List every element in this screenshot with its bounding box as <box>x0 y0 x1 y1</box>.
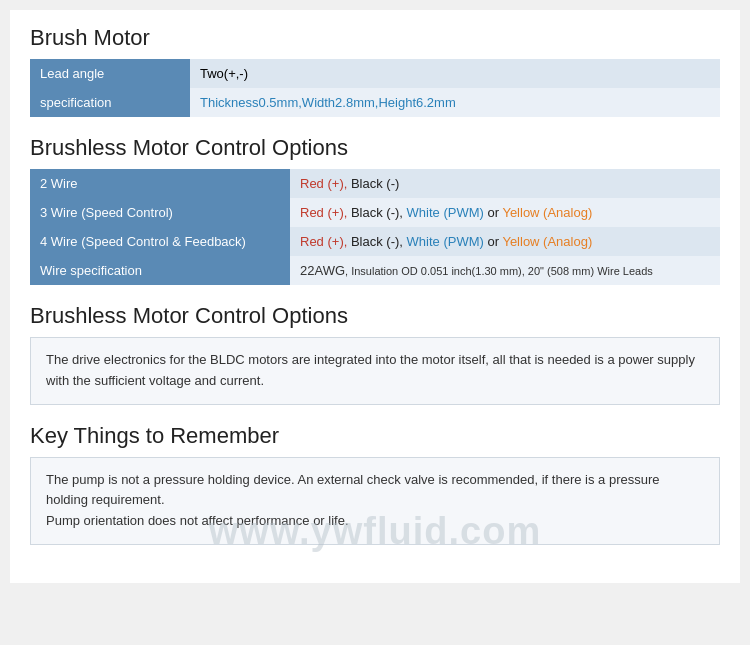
brushless-control-table: 2 Wire Red (+), Black (-) 3 Wire (Speed … <box>30 169 720 285</box>
3wire-value: Red (+), Black (-), White (PWM) or Yello… <box>290 198 720 227</box>
key-things-line1: The pump is not a pressure holding devic… <box>46 470 704 512</box>
key-things-line2: Pump orientation does not affect perform… <box>46 511 704 532</box>
2wire-red: Red (+), <box>300 176 351 191</box>
4wire-yellow: Yellow (Analog) <box>502 234 592 249</box>
2wire-value: Red (+), Black (-) <box>290 169 720 198</box>
key-things-title: Key Things to Remember <box>30 423 720 449</box>
brush-motor-table: Lead angle Two(+,-) specification Thickn… <box>30 59 720 117</box>
4wire-red: Red (+), <box>300 234 351 249</box>
brushless-description-text: The drive electronics for the BLDC motor… <box>46 350 704 392</box>
4wire-value: Red (+), Black (-), White (PWM) or Yello… <box>290 227 720 256</box>
2wire-label: 2 Wire <box>30 169 290 198</box>
key-things-box: The pump is not a pressure holding devic… <box>30 457 720 545</box>
3wire-black: Black (-), <box>351 205 407 220</box>
brushless-description-box: The drive electronics for the BLDC motor… <box>30 337 720 405</box>
table-row: 3 Wire (Speed Control) Red (+), Black (-… <box>30 198 720 227</box>
brushless-control-title: Brushless Motor Control Options <box>30 135 720 161</box>
4wire-white: White (PWM) <box>407 234 484 249</box>
wire-spec-detail: , Insulation OD 0.051 inch(1.30 mm), 20"… <box>345 265 653 277</box>
table-row: 2 Wire Red (+), Black (-) <box>30 169 720 198</box>
table-row: specification Thickness0.5mm,Width2.8mm,… <box>30 88 720 117</box>
3wire-label: 3 Wire (Speed Control) <box>30 198 290 227</box>
lead-angle-label: Lead angle <box>30 59 190 88</box>
lead-angle-value: Two(+,-) <box>190 59 720 88</box>
2wire-black: Black (-) <box>351 176 399 191</box>
wire-spec-label: Wire specification <box>30 256 290 285</box>
3wire-white: White (PWM) <box>407 205 484 220</box>
brush-motor-title: Brush Motor <box>30 25 720 51</box>
specification-value: Thickness0.5mm,Width2.8mm,Height6.2mm <box>190 88 720 117</box>
3wire-or: or <box>484 205 503 220</box>
specification-label: specification <box>30 88 190 117</box>
wire-spec-value: 22AWG, Insulation OD 0.051 inch(1.30 mm)… <box>290 256 720 285</box>
4wire-label: 4 Wire (Speed Control & Feedback) <box>30 227 290 256</box>
wire-spec-awg: 22AWG <box>300 263 345 278</box>
table-row: 4 Wire (Speed Control & Feedback) Red (+… <box>30 227 720 256</box>
3wire-red: Red (+), <box>300 205 351 220</box>
4wire-black: Black (-), <box>351 234 407 249</box>
table-row: Lead angle Two(+,-) <box>30 59 720 88</box>
table-row: Wire specification 22AWG, Insulation OD … <box>30 256 720 285</box>
4wire-or: or <box>484 234 503 249</box>
brushless-description-title: Brushless Motor Control Options <box>30 303 720 329</box>
3wire-yellow: Yellow (Analog) <box>502 205 592 220</box>
page-wrapper: Brush Motor Lead angle Two(+,-) specific… <box>10 10 740 583</box>
